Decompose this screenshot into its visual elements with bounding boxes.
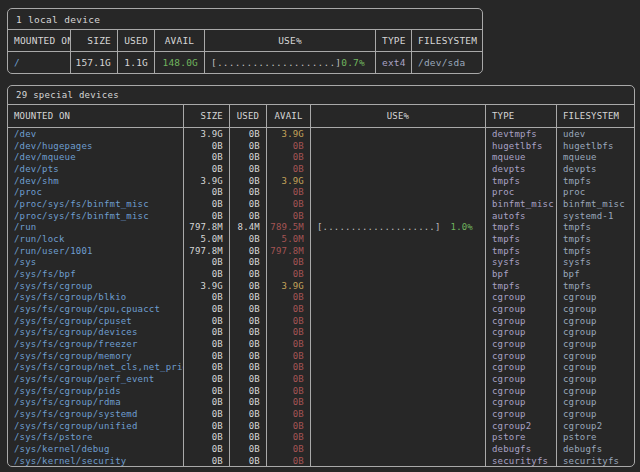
filesystem-cell: bpf [557, 268, 634, 280]
use-percent-cell: [....................]0.7% [205, 52, 376, 73]
type-cell: tmpfs [486, 233, 557, 245]
mount-point-cell: /sys/fs/cgroup/rdma [8, 396, 184, 408]
col-header-avail: AVAIL [155, 30, 205, 51]
used-cell: 0B [230, 431, 267, 443]
size-cell: 0B [184, 303, 230, 315]
filesystem-cell: tmpfs [557, 245, 634, 257]
used-cell: 0B [230, 268, 267, 280]
used-cell: 0B [230, 373, 267, 385]
size-cell: 5.0M [184, 233, 230, 245]
avail-cell: 789.5M [267, 221, 311, 233]
avail-cell: 0B [267, 256, 311, 268]
filesystem-cell: systemd-1 [557, 210, 634, 222]
type-cell: autofs [486, 210, 557, 222]
used-cell: 1.1G [118, 52, 155, 73]
type-cell: tmpfs [486, 175, 557, 187]
col-header-size: SIZE [184, 105, 230, 127]
avail-cell: 3.9G [267, 175, 311, 187]
mount-point-cell: /dev/shm [8, 175, 184, 187]
mount-point-cell: /run [8, 221, 184, 233]
filesystem-cell: cgroup [557, 315, 634, 327]
avail-cell: 0B [267, 198, 311, 210]
filesystem-cell: udev [557, 128, 634, 140]
mount-point-cell: /sys/fs/cgroup/blkio [8, 291, 184, 303]
size-cell: 797.8M [184, 221, 230, 233]
filesystem-cell: proc [557, 186, 634, 198]
type-cell: cgroup [486, 396, 557, 408]
mount-point-cell: /sys/fs/cgroup/cpu,cpuacct [8, 303, 184, 315]
terminal-screen: 1 local device MOUNTED ON SIZE USED AVAI… [0, 0, 640, 472]
used-cell: 0B [230, 245, 267, 257]
used-cell: 0B [230, 385, 267, 397]
size-cell: 0B [184, 315, 230, 327]
col-header-type: TYPE [486, 105, 557, 127]
use-percent-cell [311, 245, 486, 257]
usage-bar: [....................] [317, 222, 441, 232]
size-cell: 0B [184, 396, 230, 408]
avail-cell: 0B [267, 303, 311, 315]
table-row: /dev/pts0B0B0Bdevptsdevpts [8, 163, 634, 175]
filesystem-cell: tmpfs [557, 233, 634, 245]
avail-cell: 0B [267, 151, 311, 163]
table-row: /sys/fs/pstore0B0B0Bpstorepstore [8, 431, 634, 443]
type-cell: cgroup2 [486, 420, 557, 432]
used-cell: 0B [230, 338, 267, 350]
used-cell: 0B [230, 408, 267, 420]
size-cell: 0B [184, 431, 230, 443]
avail-cell: 0B [267, 361, 311, 373]
local-devices-body: /157.1G1.1G148.0G[....................]0… [8, 52, 482, 73]
size-cell: 0B [184, 163, 230, 175]
filesystem-cell: cgroup [557, 303, 634, 315]
used-cell: 0B [230, 350, 267, 362]
type-cell: cgroup [486, 408, 557, 420]
mount-point-cell: /sys/fs/cgroup [8, 280, 184, 292]
col-header-avail: AVAIL [267, 105, 311, 127]
use-percent-cell [311, 373, 486, 385]
col-header-used: USED [118, 30, 155, 51]
avail-cell: 0B [267, 431, 311, 443]
mount-point-cell: /sys/fs/cgroup/perf_event [8, 373, 184, 385]
local-devices-title: 1 local device [8, 9, 482, 30]
type-cell: binfmt_misc [486, 198, 557, 210]
mount-point-cell: /sys/fs/cgroup/cpuset [8, 315, 184, 327]
use-percent-cell [311, 326, 486, 338]
mount-point-cell: /sys/fs/cgroup/net_cls,net_prio [8, 361, 184, 373]
table-row: /sys/fs/cgroup/devices0B0B0Bcgroupcgroup [8, 326, 634, 338]
special-devices-header-row: MOUNTED ON SIZE USED AVAIL USE% TYPE FIL… [8, 105, 634, 128]
table-row: /157.1G1.1G148.0G[....................]0… [8, 52, 482, 73]
filesystem-cell: tmpfs [557, 175, 634, 187]
col-header-mounted-on: MOUNTED ON [8, 30, 71, 51]
filesystem-cell: tmpfs [557, 280, 634, 292]
used-cell: 8.4M [230, 221, 267, 233]
table-row: /sys0B0B0Bsysfssysfs [8, 256, 634, 268]
filesystem-cell: cgroup [557, 408, 634, 420]
used-cell: 0B [230, 233, 267, 245]
use-percent-cell [311, 151, 486, 163]
avail-cell: 0B [267, 396, 311, 408]
size-cell: 797.8M [184, 245, 230, 257]
use-percent-cell [311, 210, 486, 222]
size-cell: 0B [184, 361, 230, 373]
table-row: /proc/sys/fs/binfmt_misc0B0B0Bautofssyst… [8, 210, 634, 222]
use-percent-cell [311, 140, 486, 152]
filesystem-cell: cgroup [557, 373, 634, 385]
use-percent-cell [311, 291, 486, 303]
filesystem-cell: securityfs [557, 455, 634, 467]
size-cell: 0B [184, 326, 230, 338]
table-row: /sys/fs/cgroup/cpuset0B0B0Bcgroupcgroup [8, 315, 634, 327]
table-row: /sys/kernel/debug0B0B0Bdebugfsdebugfs [8, 443, 634, 455]
table-row: /sys/fs/cgroup/freezer0B0B0Bcgroupcgroup [8, 338, 634, 350]
use-percent-cell [311, 128, 486, 140]
type-cell: tmpfs [486, 245, 557, 257]
use-percent-cell [311, 233, 486, 245]
col-header-size: SIZE [71, 30, 118, 51]
table-row: /sys/fs/cgroup/perf_event0B0B0Bcgroupcgr… [8, 373, 634, 385]
use-percent-cell [311, 338, 486, 350]
table-row: /run/user/1001797.8M0B797.8Mtmpfstmpfs [8, 245, 634, 257]
use-percent-cell [311, 268, 486, 280]
type-cell: cgroup [486, 373, 557, 385]
mount-point-cell: /run/lock [8, 233, 184, 245]
use-percent-cell [311, 431, 486, 443]
avail-cell: 0B [267, 420, 311, 432]
type-cell: debugfs [486, 443, 557, 455]
